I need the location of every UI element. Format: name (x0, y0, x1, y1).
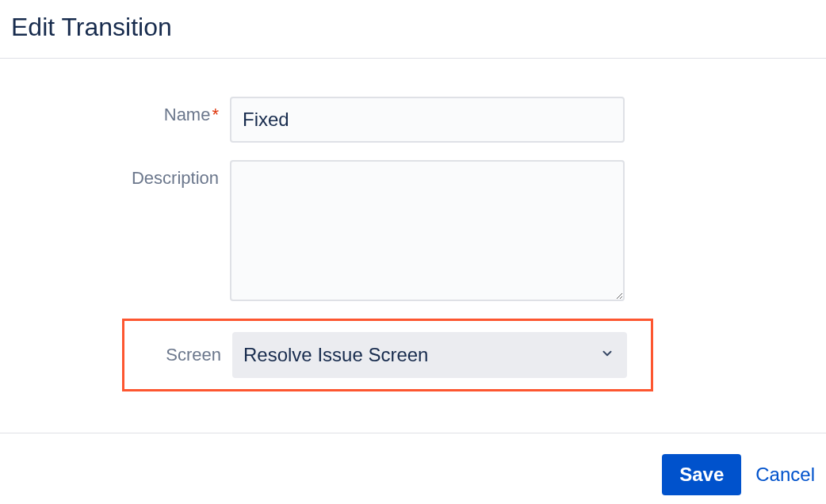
dialog-body: Name* Description Screen Resolve Issue S… (0, 59, 826, 407)
description-label: Description (0, 160, 230, 189)
description-row: Description (0, 160, 826, 301)
dialog-header: Edit Transition (0, 0, 826, 59)
screen-select-value: Resolve Issue Screen (243, 344, 428, 366)
screen-row-highlighted: Screen Resolve Issue Screen (122, 319, 653, 391)
description-input[interactable] (230, 160, 625, 301)
dialog-footer: Save Cancel (0, 433, 826, 504)
screen-select[interactable]: Resolve Issue Screen (232, 332, 627, 378)
name-row: Name* (0, 97, 826, 143)
name-label: Name* (0, 97, 230, 125)
dialog-title: Edit Transition (11, 13, 815, 42)
required-marker: * (212, 105, 219, 124)
screen-select-wrapper: Resolve Issue Screen (232, 332, 627, 378)
name-input[interactable] (230, 97, 625, 143)
cancel-link[interactable]: Cancel (755, 464, 815, 486)
screen-label: Screen (124, 345, 232, 365)
name-label-text: Name (164, 105, 211, 124)
save-button[interactable]: Save (662, 454, 741, 495)
